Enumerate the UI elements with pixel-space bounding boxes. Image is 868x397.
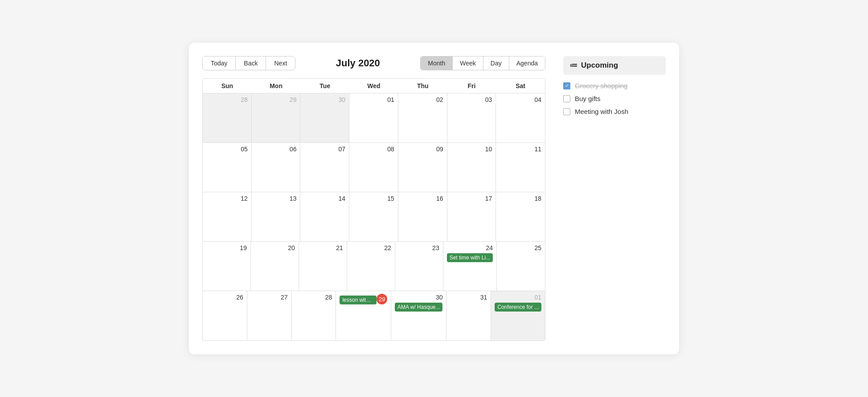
calendar-section: Today Back Next July 2020 Month Week Day…	[202, 56, 545, 341]
calendar-day[interactable]: 02	[398, 93, 447, 142]
day-number: 04	[500, 96, 541, 103]
day-number: 30	[395, 294, 442, 301]
day-number: 05	[206, 146, 248, 153]
sidebar: ≔ Upcoming ✓ Grocery shopping Buy gifts …	[563, 56, 666, 341]
day-number: 22	[351, 244, 391, 251]
calendar-day[interactable]: 10	[447, 143, 496, 192]
calendar-day[interactable]: 14	[300, 192, 349, 241]
day-number: 17	[451, 195, 492, 202]
sidebar-item-label: Meeting with Josh	[575, 108, 628, 115]
day-number: 02	[402, 96, 443, 103]
calendar-day[interactable]: 24 Set time with Li...	[443, 242, 497, 291]
day-number: 28	[295, 294, 332, 301]
sidebar-title: Upcoming	[581, 61, 618, 70]
calendar-day[interactable]: 11	[496, 143, 545, 192]
view-agenda-button[interactable]: Agenda	[509, 57, 545, 70]
sidebar-header: ≔ Upcoming	[563, 56, 666, 75]
list-icon: ≔	[569, 61, 577, 70]
calendar-day-29[interactable]: 29 lesson with Prof...	[336, 291, 391, 340]
calendar-day[interactable]: 26	[203, 291, 247, 340]
day-number: 18	[500, 195, 541, 202]
calendar-week: 19 20 21 22 23 24 Set time with Li... 25	[203, 242, 545, 291]
day-number: 01	[353, 96, 394, 103]
calendar-day[interactable]: 30 AMA w/ Hasque...	[391, 291, 446, 340]
calendar-day[interactable]: 03	[447, 93, 496, 142]
nav-button-group: Today Back Next	[202, 56, 295, 70]
checkbox-grocery[interactable]: ✓	[563, 82, 570, 89]
calendar-week: 12 13 14 15 16 17 18	[203, 192, 545, 242]
calendar-day[interactable]: 08	[349, 143, 398, 192]
view-month-button[interactable]: Month	[421, 57, 453, 70]
next-button[interactable]: Next	[266, 57, 295, 70]
calendar-day[interactable]: 21	[299, 242, 347, 291]
calendar-day[interactable]: 29	[252, 93, 301, 142]
month-title: July 2020	[295, 57, 420, 69]
day-number: 29	[255, 96, 297, 103]
event-conference[interactable]: Conference for ...	[495, 303, 541, 312]
sidebar-item-label: Grocery shopping	[575, 82, 627, 89]
day-number: 21	[303, 244, 343, 251]
calendar-day[interactable]: 09	[398, 143, 447, 192]
sidebar-item-label: Buy gifts	[575, 95, 601, 102]
calendar-week: 26 27 28 29 lesson with Prof... 30 AMA w…	[203, 291, 545, 340]
day-number: 12	[206, 195, 248, 202]
today-button[interactable]: Today	[203, 57, 236, 70]
calendar-day[interactable]: 25	[497, 242, 545, 291]
calendar-day[interactable]: 20	[251, 242, 299, 291]
calendar-day[interactable]: 19	[203, 242, 251, 291]
calendar-day[interactable]: 27	[247, 291, 292, 340]
calendar-day[interactable]: 05	[203, 143, 252, 192]
calendar-day[interactable]: 31	[446, 291, 491, 340]
calendar-grid: Sun Mon Tue Wed Thu Fri Sat 28 29 30 01 …	[202, 78, 545, 341]
day-number: 15	[353, 195, 394, 202]
day-number: 25	[500, 244, 541, 251]
day-number: 26	[206, 294, 243, 301]
header-sat: Sat	[496, 79, 545, 93]
day-number: 08	[353, 146, 394, 153]
view-day-button[interactable]: Day	[483, 57, 509, 70]
day-number: 03	[451, 96, 492, 103]
sidebar-item-gifts[interactable]: Buy gifts	[563, 95, 666, 102]
day-number: 27	[251, 294, 288, 301]
event-lesson[interactable]: lesson with Prof...	[340, 296, 377, 304]
sidebar-item-meeting[interactable]: Meeting with Josh	[563, 108, 666, 115]
calendar-body: 28 29 30 01 02 03 04 05 06 07 08 09 10 1…	[203, 93, 545, 340]
calendar-week: 28 29 30 01 02 03 04	[203, 93, 545, 143]
calendar-day[interactable]: 04	[496, 93, 545, 142]
event-ama[interactable]: AMA w/ Hasque...	[395, 303, 442, 312]
calendar-day[interactable]: 22	[347, 242, 395, 291]
day-number: 16	[402, 195, 443, 202]
day-number: 14	[304, 195, 345, 202]
today-badge: 29	[377, 294, 387, 304]
event-set-time[interactable]: Set time with Li...	[447, 253, 493, 262]
calendar-day[interactable]: 28	[292, 291, 336, 340]
header-fri: Fri	[447, 79, 496, 93]
header-tue: Tue	[300, 79, 349, 93]
app-container: Today Back Next July 2020 Month Week Day…	[189, 43, 679, 354]
calendar-day[interactable]: 01	[349, 93, 398, 142]
calendar-day[interactable]: 15	[349, 192, 398, 241]
sidebar-item-grocery[interactable]: ✓ Grocery shopping	[563, 82, 666, 89]
toolbar: Today Back Next July 2020 Month Week Day…	[202, 56, 545, 70]
calendar-day[interactable]: 23	[395, 242, 443, 291]
back-button[interactable]: Back	[236, 57, 266, 70]
day-number: 13	[255, 195, 297, 202]
day-number: 19	[206, 244, 247, 251]
calendar-day[interactable]: 16	[398, 192, 447, 241]
view-week-button[interactable]: Week	[453, 57, 483, 70]
checkbox-gifts[interactable]	[563, 95, 570, 102]
day-number: 11	[500, 146, 541, 153]
calendar-day[interactable]: 13	[252, 192, 301, 241]
calendar-day[interactable]: 30	[300, 93, 349, 142]
view-button-group: Month Week Day Agenda	[420, 56, 545, 70]
calendar-day[interactable]: 17	[447, 192, 496, 241]
checkbox-meeting[interactable]	[563, 108, 570, 115]
calendar-day[interactable]: 28	[203, 93, 252, 142]
calendar-day[interactable]: 07	[300, 143, 349, 192]
calendar-day[interactable]: 12	[203, 192, 252, 241]
header-thu: Thu	[398, 79, 447, 93]
calendar-day[interactable]: 18	[496, 192, 545, 241]
calendar-day[interactable]: 01 Conference for ...	[491, 291, 545, 340]
calendar-day[interactable]: 06	[252, 143, 301, 192]
day-headers-row: Sun Mon Tue Wed Thu Fri Sat	[203, 79, 545, 93]
